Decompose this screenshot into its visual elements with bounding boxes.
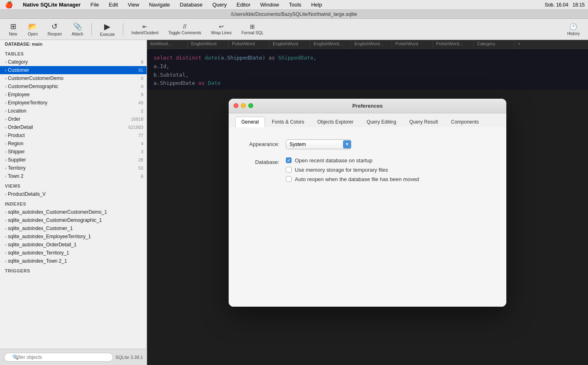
sidebar-item-name: Order xyxy=(8,116,131,122)
checkbox-memory-storage[interactable] xyxy=(286,167,292,173)
reopen-label: Reopen xyxy=(47,32,62,36)
toolbar-sep-1 xyxy=(91,23,92,36)
sidebar-item-count: 621883 xyxy=(128,125,143,130)
sidebar-item-sqlite_autoindex_customer_1[interactable]: ›sqlite_autoindex_Customer_1 xyxy=(0,224,147,232)
sidebar-item-order[interactable]: ›Order16818 xyxy=(0,115,147,123)
chevron-icon: › xyxy=(5,142,6,146)
checkbox-auto-reopen[interactable] xyxy=(286,176,292,182)
sidebar-item-count: 9 xyxy=(141,92,143,97)
chevron-icon: › xyxy=(5,174,6,179)
minimize-button[interactable] xyxy=(241,103,246,108)
title-bar: /Users/kbk/Documents/BazySQLite/Northwin… xyxy=(0,10,588,19)
appearance-control: System Light Dark ▼ xyxy=(286,139,490,149)
checkbox-open-recent[interactable] xyxy=(286,157,292,163)
sidebar-item-customerdemographic[interactable]: ›CustomerDemographic0 xyxy=(0,82,147,91)
sidebar-item-product[interactable]: ›Product77 xyxy=(0,131,147,139)
sidebar-item-count: 49 xyxy=(138,100,143,105)
query-menu[interactable]: Query xyxy=(211,2,228,8)
traffic-lights xyxy=(234,103,253,108)
format-sql-button[interactable]: ⊞ Format SQL xyxy=(238,22,267,37)
sidebar-item-sqlite_autoindex_customercustomerdemo_1[interactable]: ›sqlite_autoindex_CustomerCustomerDemo_1 xyxy=(0,208,147,216)
tools-menu[interactable]: Tools xyxy=(287,2,303,8)
tab-query-result[interactable]: Query Result xyxy=(403,117,444,127)
close-button[interactable] xyxy=(234,103,238,108)
sidebar-item-count: 77 xyxy=(138,133,143,138)
sidebar-item-name: sqlite_autoindex_CustomerDemographic_1 xyxy=(8,217,143,223)
fullscreen-button[interactable] xyxy=(248,103,253,108)
checkbox-row-2: Use memory storage for temporary files xyxy=(286,167,490,173)
history-button[interactable]: 🕐 History xyxy=(564,21,583,38)
sidebar-item-orderdetail[interactable]: ›OrderDetail621883 xyxy=(0,123,147,131)
tables-list: ›Category8›Customer91›CustomerCustomerDe… xyxy=(0,58,147,180)
sidebar-item-name: sqlite_autoindex_EmployeeTerritory_1 xyxy=(8,234,143,239)
sidebar-item-sqlite_autoindex_town-2_1[interactable]: ›sqlite_autoindex_Town 2_1 xyxy=(0,257,147,265)
editor-menu[interactable]: Editor xyxy=(235,2,252,8)
sidebar-item-customercustomerdemo[interactable]: ›CustomerCustomerDemo0 xyxy=(0,74,147,82)
open-button[interactable]: 📂 Open xyxy=(24,20,41,38)
tab-components[interactable]: Components xyxy=(445,117,485,127)
wrap-lines-button[interactable]: ↩ Wrap Lines xyxy=(208,22,235,37)
sidebar-item-sqlite_autoindex_customerdemographic_1[interactable]: ›sqlite_autoindex_CustomerDemographic_1 xyxy=(0,216,147,224)
sidebar-item-name: Employee xyxy=(8,92,141,97)
window-menu[interactable]: Window xyxy=(258,2,281,8)
help-menu[interactable]: Help xyxy=(310,2,324,8)
sidebar-item-name: Shipper xyxy=(8,149,141,155)
sidebar-item-supplier[interactable]: ›Supplier28 xyxy=(0,156,147,164)
indexes-section-header: INDEXES xyxy=(0,198,147,208)
history-icon: 🕐 xyxy=(569,23,577,31)
sidebar-item-customer[interactable]: ›Customer91 xyxy=(0,66,147,74)
sidebar-item-employeeterritory[interactable]: ›EmployeeTerritory49 xyxy=(0,99,147,107)
chevron-icon: › xyxy=(5,93,6,97)
sidebar-item-count: 0 xyxy=(141,84,143,89)
chevron-icon: › xyxy=(5,125,6,130)
indent-button[interactable]: ⇤ Indent/Outdent xyxy=(128,22,162,37)
checkbox-row-1: Open recent database on startup xyxy=(286,157,490,164)
file-menu[interactable]: File xyxy=(89,2,101,8)
app-name-menu[interactable]: Native SQLite Manager xyxy=(21,2,82,8)
toggle-comments-button[interactable]: // Toggle Comments xyxy=(165,22,205,37)
reopen-button[interactable]: ↺ Reopen xyxy=(44,20,65,38)
sidebar-item-count: 16818 xyxy=(131,117,143,122)
navigate-menu[interactable]: Navigate xyxy=(147,2,172,8)
new-button[interactable]: ⊞ New xyxy=(5,20,21,38)
apple-menu[interactable]: 🍎 xyxy=(3,1,15,9)
sidebar-item-name: Territory xyxy=(8,165,138,171)
sidebar-item-location[interactable]: ›Location2 xyxy=(0,107,147,115)
sidebar-bottom: 🔍 SQLite 3.38.1 xyxy=(0,349,147,365)
database-menu[interactable]: Database xyxy=(178,2,204,8)
sidebar-item-sqlite_autoindex_territory_1[interactable]: ›sqlite_autoindex_Territory_1 xyxy=(0,249,147,257)
tab-objects-explorer[interactable]: Objects Explorer xyxy=(311,117,360,127)
tab-general[interactable]: General xyxy=(235,117,265,127)
sidebar-item-town-2[interactable]: ›Town 26 xyxy=(0,172,147,180)
sidebar-item-count: 8 xyxy=(141,60,143,64)
sidebar-item-productdetails-v[interactable]: › ProductDetails_V xyxy=(0,190,147,198)
toolbar-right: 🕐 History xyxy=(564,21,583,38)
appearance-select[interactable]: System Light Dark xyxy=(286,139,351,149)
chevron-icon: › xyxy=(5,251,6,255)
execute-button[interactable]: ▶ Execute xyxy=(97,20,118,38)
tab-fonts-colors[interactable]: Fonts & Colors xyxy=(266,117,310,127)
sidebar-item-employee[interactable]: ›Employee9 xyxy=(0,91,147,99)
sidebar-item-sqlite_autoindex_employeeterritory_1[interactable]: ›sqlite_autoindex_EmployeeTerritory_1 xyxy=(0,232,147,241)
sidebar-item-name: Region xyxy=(8,141,141,146)
edit-menu[interactable]: Edit xyxy=(107,2,120,8)
sidebar-item-region[interactable]: ›Region4 xyxy=(0,139,147,148)
tab-query-editing[interactable]: Query Editing xyxy=(361,117,403,127)
chevron-icon: › xyxy=(5,192,6,197)
checkbox-label-1: Open recent database on startup xyxy=(295,157,372,164)
sidebar-item-shipper[interactable]: ›Shipper3 xyxy=(0,148,147,156)
view-menu[interactable]: View xyxy=(126,2,141,8)
preferences-dialog: Preferences General Fonts & Colors Objec… xyxy=(229,99,506,307)
attach-button[interactable]: 📎 Attach xyxy=(69,20,87,38)
sidebar-item-category[interactable]: ›Category8 xyxy=(0,58,147,66)
menu-bar-right: Sob. 16.04 18:15 xyxy=(545,2,585,8)
filter-input[interactable] xyxy=(4,353,113,362)
chevron-icon: › xyxy=(5,76,6,81)
sidebar-item-sqlite_autoindex_orderdetail_1[interactable]: ›sqlite_autoindex_OrderDetail_1 xyxy=(0,241,147,249)
chevron-icon: › xyxy=(5,133,6,138)
sidebar-item-territory[interactable]: ›Territory53 xyxy=(0,164,147,172)
sidebar-item-name: Category xyxy=(8,59,141,65)
preferences-tab-bar: General Fonts & Colors Objects Explorer … xyxy=(229,113,506,127)
open-icon: 📂 xyxy=(28,22,37,31)
sidebar-item-count: 2 xyxy=(141,108,143,113)
